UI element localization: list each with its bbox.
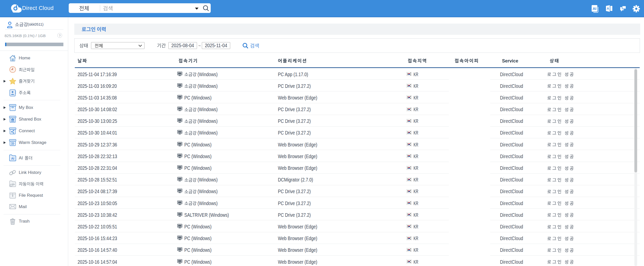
svg-text:AI: AI <box>11 157 14 160</box>
svg-text:A: A <box>607 7 609 10</box>
svg-text:Direct Cloud: Direct Cloud <box>22 5 54 11</box>
svg-text:AI: AI <box>593 6 596 11</box>
